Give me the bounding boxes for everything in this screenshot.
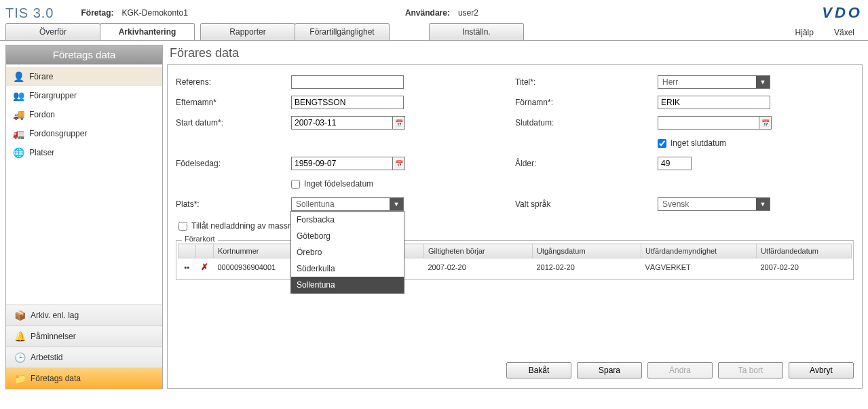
col-authority[interactable]: Utfärdandemyndighet — [641, 244, 757, 258]
user-value: user2 — [458, 8, 478, 18]
place-label: Plats*: — [176, 199, 291, 209]
cell-issue-date: 2007-02-20 — [757, 258, 852, 276]
sidebar-item-label: Fordonsgrupper — [29, 129, 87, 138]
globe-icon: 🌐 — [13, 147, 24, 158]
sidebar-bottom-label: Arbetstid — [31, 353, 62, 362]
driver-card-legend: Förarkort — [182, 235, 218, 243]
language-select[interactable]: Svensk ▼ — [658, 197, 770, 211]
cell-authority: VÄGVERKET — [641, 258, 757, 276]
sidebar-title: Företags data — [6, 45, 162, 64]
chevron-down-icon[interactable]: ▼ — [756, 76, 770, 88]
place-option[interactable]: Sollentuna — [291, 277, 404, 293]
cell-valid-from: 2007-02-20 — [424, 258, 533, 276]
allow-download-label: Tillåt nedladdning av massn — [191, 221, 292, 231]
back-button[interactable]: Bakåt — [506, 362, 571, 378]
allow-download-checkbox[interactable] — [178, 222, 187, 231]
chevron-down-icon[interactable]: ▼ — [390, 198, 403, 210]
sidebar-item-forargrupper[interactable]: 👥 Förargrupper — [6, 86, 162, 105]
place-select[interactable]: Sollentuna ▼ Forsbacka Göteborg Örebro S… — [291, 197, 404, 211]
birthday-label: Födelsedag: — [176, 159, 291, 168]
no-birthdate-label: Inget födelsedatum — [304, 179, 373, 189]
enddate-label: Slutdatum: — [515, 118, 658, 128]
table-row[interactable]: ▪▪ ✗ 00000936904001 2007-02-20 2012-02-2… — [178, 258, 852, 276]
age-input[interactable] — [658, 157, 692, 170]
lastname-input[interactable] — [291, 96, 404, 109]
no-enddate-label: Inget slutdatum — [671, 138, 726, 148]
sidebar-bottom-arkiv[interactable]: 📦 Arkiv. enl. lag — [6, 305, 162, 326]
archive-icon: 📦 — [14, 310, 25, 321]
delete-button[interactable]: Ta bort — [718, 362, 783, 378]
cell-expiry: 2012-02-20 — [533, 258, 641, 276]
driver-card-table: Kortnummer Giltigheten börjar Utgångsdat… — [178, 244, 852, 275]
age-label: Ålder: — [515, 159, 658, 168]
place-option[interactable]: Forsbacka — [291, 212, 404, 228]
birthday-input[interactable] — [291, 157, 393, 170]
menu-bar: Överför Arkivhantering Rapporter Förarti… — [0, 23, 868, 41]
sidebar-bottom-arbetstid[interactable]: 🕒 Arbetstid — [6, 347, 162, 368]
firstname-label: Förnamn*: — [515, 98, 658, 107]
help-link[interactable]: Hjälp — [795, 28, 814, 37]
edit-button[interactable]: Ändra — [647, 362, 713, 378]
no-birthdate-checkbox[interactable] — [291, 180, 300, 189]
sidebar-item-fordon[interactable]: 🚚 Fordon — [6, 105, 162, 124]
switch-link[interactable]: Växel — [834, 28, 854, 37]
app-title: TIS 3.0 — [5, 5, 54, 21]
vehicle-icon: 🚚 — [13, 109, 24, 120]
sidebar-item-label: Förargrupper — [29, 91, 77, 100]
sidebar-item-forare[interactable]: 👤 Förare — [6, 67, 162, 86]
cancel-button[interactable]: Avbryt — [789, 362, 854, 378]
language-label: Valt språk — [515, 199, 658, 209]
company-value: KGK-Demokonto1 — [121, 8, 187, 18]
clock-icon: 🕒 — [14, 352, 25, 363]
sidebar-item-platser[interactable]: 🌐 Platser — [6, 143, 162, 162]
tab-rapporter[interactable]: Rapporter — [200, 23, 295, 40]
enddate-input[interactable] — [658, 116, 759, 130]
startdate-input[interactable] — [291, 116, 393, 130]
save-button[interactable]: Spara — [577, 362, 642, 378]
sidebar-bottom-foretagsdata[interactable]: 📁 Företags data — [6, 368, 162, 389]
user-label: Användare: — [405, 8, 450, 18]
title-label: Titel*: — [515, 77, 658, 87]
vehicle-group-icon: 🚛 — [13, 128, 24, 139]
content-title: Förares data — [167, 45, 863, 64]
col-expiry[interactable]: Utgångsdatum — [533, 244, 641, 258]
col-valid-from[interactable]: Giltigheten börjar — [424, 244, 533, 258]
sidebar-bottom-label: Påminnelser — [31, 332, 76, 341]
button-row: Bakåt Spara Ändra Ta bort Avbryt — [176, 355, 854, 378]
top-bar: TIS 3.0 Företag: KGK-Demokonto1 Användar… — [0, 0, 868, 23]
reference-input[interactable] — [291, 75, 404, 89]
tab-installn[interactable]: Inställn. — [429, 23, 524, 40]
no-enddate-checkbox[interactable] — [658, 139, 666, 148]
tab-arkivhantering[interactable]: Arkivhantering — [100, 23, 195, 40]
driver-card-fieldset: Förarkort Kortnummer Giltigheten börjar … — [176, 240, 854, 280]
calendar-icon[interactable]: 📅 — [393, 116, 405, 130]
tab-overfor[interactable]: Överför — [5, 23, 100, 40]
card-icon: ▪▪ — [185, 263, 190, 271]
chevron-down-icon[interactable]: ▼ — [756, 198, 770, 210]
lastname-label: Efternamn* — [176, 98, 291, 107]
sidebar-item-label: Fordon — [29, 110, 55, 119]
sidebar-item-label: Platser — [29, 148, 54, 157]
tab-forartillganglighet[interactable]: Förartillgänglighet — [295, 23, 390, 40]
sidebar: Företags data 👤 Förare 👥 Förargrupper 🚚 … — [5, 45, 163, 389]
firstname-input[interactable] — [658, 96, 770, 109]
reminder-icon: 🔔 — [14, 331, 25, 342]
place-selected: Sollentuna — [292, 199, 390, 209]
calendar-icon[interactable]: 📅 — [759, 116, 772, 130]
place-option[interactable]: Örebro — [291, 244, 404, 260]
startdate-label: Start datum*: — [176, 118, 291, 128]
col-issue-date[interactable]: Utfärdandedatum — [757, 244, 852, 258]
place-option[interactable]: Göteborg — [291, 228, 404, 244]
reference-label: Referens: — [176, 77, 291, 87]
title-select[interactable]: Herr ▼ — [658, 75, 770, 89]
delete-icon[interactable]: ✗ — [201, 262, 208, 272]
place-option[interactable]: Söderkulla — [291, 260, 404, 277]
calendar-icon[interactable]: 📅 — [393, 157, 405, 170]
content: Förares data Referens: Titel*: Herr ▼ — [167, 45, 863, 389]
sidebar-bottom-paminnelser[interactable]: 🔔 Påminnelser — [6, 326, 162, 347]
vdo-logo: VDO — [822, 4, 863, 22]
sidebar-item-label: Förare — [29, 72, 53, 81]
group-icon: 👥 — [13, 90, 24, 101]
sidebar-item-fordonsgrupper[interactable]: 🚛 Fordonsgrupper — [6, 124, 162, 143]
person-icon: 👤 — [13, 71, 24, 82]
